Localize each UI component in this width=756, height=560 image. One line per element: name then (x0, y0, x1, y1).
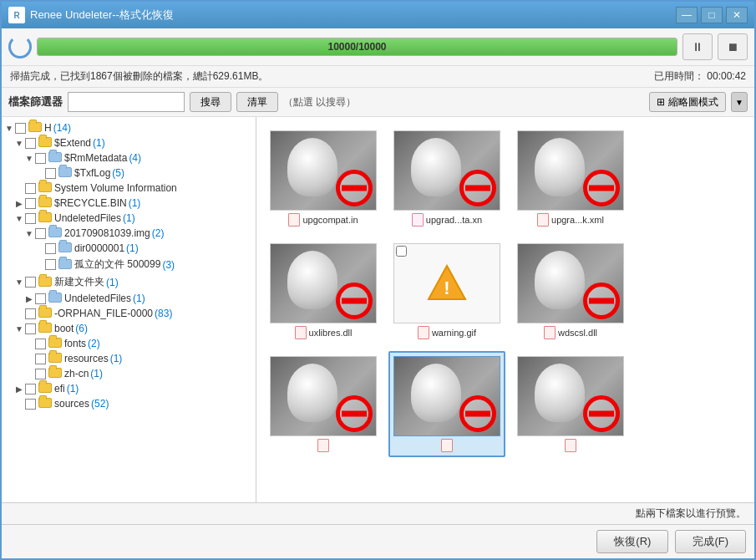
tree-item-txflog[interactable]: $TxfLog (5) (32, 165, 256, 181)
maximize-button[interactable]: □ (701, 7, 723, 23)
thumb-label-1: upgrad...ta.xn (412, 213, 482, 227)
checkbox-sources[interactable] (25, 399, 36, 410)
checkbox-undeleted2[interactable] (35, 293, 46, 304)
tree-item-zhcn[interactable]: zh-cn (1) (22, 366, 256, 381)
tree-item-sources[interactable]: sources (52) (12, 396, 256, 411)
spinner-icon (8, 35, 32, 59)
minimize-button[interactable]: — (676, 7, 698, 23)
thumbnail-panel[interactable]: upgcompat.in upgrad...ta.xn (256, 117, 754, 502)
tree-item-resources[interactable]: resources (1) (22, 351, 256, 366)
checkbox-rmmetadata[interactable] (35, 153, 46, 164)
checkbox-zhcn[interactable] (35, 369, 46, 379)
checkbox-img[interactable] (35, 228, 46, 239)
view-dropdown[interactable]: ▼ (731, 92, 748, 112)
thumb-label-2: upgra...k.xml (537, 213, 604, 227)
thumb-item-8[interactable] (512, 351, 629, 457)
search-button[interactable]: 搜尋 (190, 92, 231, 112)
thumb-image-1 (393, 130, 500, 211)
tree-item-h[interactable]: ▼ H (14) (2, 120, 256, 135)
thumb-item-5[interactable]: wdscsl.dll (512, 238, 629, 344)
label-undeleted2: UndeletedFiles (64, 293, 131, 304)
thumb-item-6[interactable] (265, 351, 382, 457)
folder-icon-fonts (48, 338, 62, 349)
count-resources: (1) (110, 353, 123, 364)
tree-item-fonts[interactable]: fonts (2) (22, 336, 256, 351)
tree-item-rmmetadata[interactable]: ▼ $RmMetadata (4) (22, 150, 256, 165)
thumb-checkbox-4[interactable] (396, 246, 407, 257)
count-recycle: (1) (129, 197, 141, 209)
titlebar-controls: — □ ✕ (676, 7, 748, 23)
filter-input[interactable] (68, 92, 185, 112)
count-rmmetadata: (4) (129, 152, 141, 164)
checkbox-recycle[interactable] (25, 198, 36, 209)
checkbox-sysvolinfo[interactable] (25, 183, 36, 194)
folder-icon-undeleted2 (48, 293, 62, 304)
restore-button[interactable]: 恢復(R) (596, 530, 668, 553)
view-mode-button[interactable]: ⊞ 縮略圖模式 (649, 92, 726, 112)
tree-item-orphan0[interactable]: -ORPHAN_FILE-0000 (83) (12, 306, 256, 321)
tree-item-newdir[interactable]: ▼ 新建文件夹 (1) (12, 273, 256, 291)
stop-button[interactable]: ⏹ (718, 33, 748, 60)
filter-hint: （點選 以搜尋） (283, 95, 356, 109)
folder-icon-img (48, 227, 62, 239)
thumb-item-4[interactable]: ! warning.gif (388, 238, 505, 344)
folder-icon-boot (38, 323, 52, 334)
toggle-img[interactable]: ▼ (23, 227, 35, 239)
tree-item-extend[interactable]: ▼ $Extend (1) (12, 135, 256, 150)
tree-item-recycle[interactable]: ▶ $RECYCLE.BIN (1) (12, 196, 256, 211)
close-button[interactable]: ✕ (726, 7, 748, 23)
status-message: 掃描完成，已找到1867個被刪除的檔案，總計629.61MB。 (10, 69, 268, 84)
app-icon: R (8, 7, 25, 23)
thumb-item-7[interactable] (388, 351, 505, 457)
thumb-image-7 (393, 356, 500, 436)
tree-panel[interactable]: ▼ H (14) ▼ $Extend (1) ▼ $RmMetadata (2, 117, 256, 502)
toggle-h[interactable]: ▼ (3, 122, 15, 134)
tree-item-sysvolinfo[interactable]: System Volume Information (12, 181, 256, 196)
warning-svg: ! (427, 264, 467, 301)
toggle-extend[interactable]: ▼ (13, 137, 25, 149)
label-undeleted: UndeletedFiles (54, 212, 121, 224)
checkbox-orphan0[interactable] (25, 308, 36, 319)
checkbox-undeleted[interactable] (25, 213, 36, 224)
clear-button[interactable]: 清單 (236, 92, 278, 112)
tree-item-efi[interactable]: ▶ efi (1) (12, 381, 256, 396)
count-orphan0: (83) (155, 308, 172, 319)
thumb-item-1[interactable]: upgrad...ta.xn (388, 125, 505, 232)
toggle-newdir[interactable]: ▼ (13, 277, 25, 288)
checkbox-orphan500[interactable] (45, 259, 56, 270)
tree-item-img[interactable]: ▼ 201709081039.img (2) (22, 226, 256, 241)
tree-item-orphan500[interactable]: 孤立的文件 500099 (3) (32, 256, 256, 273)
tree-item-undeleted2[interactable]: ▶ UndeletedFiles (1) (22, 291, 256, 306)
done-button[interactable]: 完成(F) (675, 530, 746, 553)
checkbox-newdir[interactable] (25, 277, 36, 288)
thumb-label-6 (317, 439, 329, 452)
toggle-efi[interactable]: ▶ (13, 383, 25, 395)
pause-button[interactable]: ⏸ (682, 33, 713, 60)
tree-item-undeleted[interactable]: ▼ UndeletedFiles (1) (12, 211, 256, 226)
toggle-recycle[interactable]: ▶ (13, 197, 25, 209)
bottom-hint: 點兩下檔案以進行預覽。 (636, 507, 746, 521)
checkbox-efi[interactable] (25, 384, 36, 395)
file-icon-0 (288, 213, 300, 227)
thumb-label-4: warning.gif (418, 326, 476, 339)
checkbox-resources[interactable] (35, 354, 46, 364)
checkbox-h[interactable] (15, 123, 26, 134)
checkbox-fonts[interactable] (35, 339, 46, 349)
checkbox-dir[interactable] (45, 243, 56, 254)
toggle-undeleted[interactable]: ▼ (13, 212, 25, 224)
label-newdir: 新建文件夹 (54, 275, 104, 289)
thumb-item-2[interactable]: upgra...k.xml (512, 125, 629, 232)
file-icon-1 (412, 213, 424, 227)
folder-icon-dir (58, 242, 72, 254)
toggle-rmmetadata[interactable]: ▼ (23, 152, 35, 164)
thumb-item-3[interactable]: uxlibres.dll (265, 238, 382, 344)
thumb-image-2 (517, 130, 624, 211)
tree-item-boot[interactable]: ▼ boot (6) (12, 321, 256, 336)
toggle-undeleted2[interactable]: ▶ (23, 293, 35, 304)
tree-item-dir[interactable]: dir0000001 (1) (32, 241, 256, 256)
checkbox-boot[interactable] (25, 323, 36, 334)
toggle-boot[interactable]: ▼ (13, 323, 25, 334)
thumb-item-0[interactable]: upgcompat.in (265, 125, 382, 232)
checkbox-extend[interactable] (25, 138, 36, 149)
checkbox-txflog[interactable] (45, 168, 56, 179)
